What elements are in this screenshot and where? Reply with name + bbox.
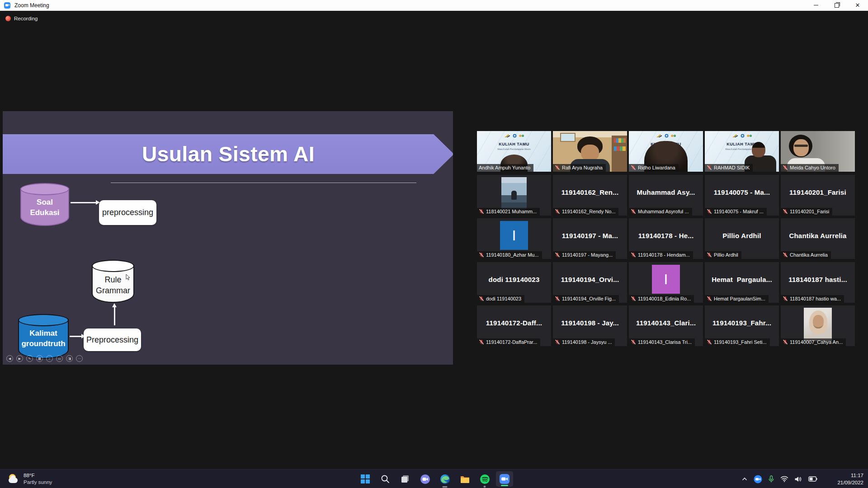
participant-name-label: RAHMAD SIDIK (705, 164, 753, 172)
kalimat-line2: groundtruth (18, 339, 69, 349)
participant-tile[interactable]: 119140198 - Jay...119140198 - Jaysyu ... (553, 305, 627, 346)
virtual-background-logos (629, 134, 703, 138)
participant-tile[interactable]: 119140075 - Ma...119140075 - Makruf ... (705, 175, 779, 216)
participant-tile[interactable]: 119140172-Daff...119140172-DaffaPrar... (477, 305, 551, 346)
virtual-background-subtitle: Mata Kuliah Pembelajaran Mesin (477, 148, 551, 150)
task-view-taskbar-button[interactable] (395, 470, 415, 488)
preprocessing-top-label: preprocessing (102, 208, 153, 217)
recording-dot-icon (5, 16, 11, 21)
participant-tile[interactable]: Muhammad Asy...Muhammad Asyroful ... (629, 175, 703, 216)
preprocessing-bottom-label: Preprocessing (86, 335, 138, 345)
participant-name-label: Rafi Arya Nugraha (553, 164, 606, 172)
participant-tile[interactable]: KULIAH TAMUMata Kuliah Pembelajaran Mesi… (705, 131, 779, 172)
participant-name-label: 119140198 - Jaysyu ... (553, 338, 615, 346)
participant-tile[interactable]: 118140021 Muhamm... (477, 175, 551, 216)
zoom-taskbar-button[interactable] (496, 471, 513, 487)
close-button[interactable]: ✕ (847, 0, 868, 10)
participant-tile[interactable]: 118140187 hasti...118140187 hastio wa... (781, 262, 855, 303)
virtual-background-subtitle: Mata Kuliah Pembelajaran Mesin (705, 148, 779, 150)
taskbar-clock[interactable]: 11:17 21/09/2022 (837, 469, 863, 488)
mic-muted-icon (555, 252, 560, 258)
participant-tile[interactable]: 119140201_Farisi119140201_Farisi (781, 175, 855, 216)
mic-muted-icon (783, 209, 788, 214)
participant-tile[interactable]: I119140018_Edinia Ro... (629, 262, 703, 303)
glasses (794, 145, 808, 147)
weather-condition: Partly sunny (24, 479, 52, 486)
participant-tile[interactable]: KULIAH TAMUMata Kuliah Pembelajaran Mesi… (477, 131, 551, 172)
window-title: Zoom Meeting (14, 2, 49, 9)
previous-slide-icon: ◀ (6, 355, 13, 362)
search-taskbar-button[interactable] (375, 470, 395, 488)
chat-taskbar-button[interactable] (415, 470, 435, 488)
file-explorer-taskbar-button[interactable] (455, 470, 475, 488)
participant-tile[interactable]: 119140143_Clari...119140143_Clarisa Tri.… (629, 305, 703, 346)
taskbar: 88°F Partly sunny 11:17 21/09/2022 (0, 469, 868, 488)
recording-indicator: Recording (5, 16, 38, 21)
participant-display-name: 119140075 - Ma... (705, 175, 779, 209)
avatar: I (652, 265, 680, 294)
recording-label: Recording (14, 16, 38, 21)
participant-display-name: 118140187 hasti... (781, 262, 855, 296)
participant-name-label: dodi 119140023 (477, 295, 524, 303)
participant-tile[interactable]: 119140194_Orvi...119140194_Orville Fig..… (553, 262, 627, 303)
participant-name-label: 119140194_Orville Fig... (553, 295, 619, 303)
clock-time: 11:17 (837, 472, 863, 479)
arrow-preprocessing-to-rule (114, 307, 115, 325)
participant-tile[interactable]: I119140180_Azhar Mu... (477, 218, 551, 259)
mic-muted-icon (783, 252, 788, 258)
participant-tile[interactable]: Rafi Arya Nugraha (553, 131, 627, 172)
mouse-cursor-icon (126, 274, 131, 281)
restore-button[interactable] (826, 0, 847, 10)
microphone-tray-icon[interactable] (768, 475, 774, 483)
start-taskbar-button[interactable] (355, 470, 375, 488)
display-settings-icon: ◨ (66, 355, 73, 362)
participant-display-name: 119140201_Farisi (781, 175, 855, 209)
participant-tile[interactable]: 119140162_Ren...119140162_Rendy No... (553, 175, 627, 216)
participant-tile[interactable]: 119140197 - Ma...119140197 - Mayang... (553, 218, 627, 259)
participant-display-name: 119140193_Fahr... (705, 305, 779, 340)
mic-muted-icon (555, 209, 560, 214)
participant-tile[interactable]: KULIAH TAMUMata Kuliah Pembelajaran Mesi… (629, 131, 703, 172)
participant-name-label: Chantika Aurrelia (781, 251, 831, 259)
restore-icon (835, 3, 839, 8)
partly-sunny-icon (8, 474, 20, 484)
institution-logo-icon (504, 134, 510, 138)
participant-display-name: dodi 119140023 (477, 262, 551, 296)
participant-display-name: Hemat Pargaula... (705, 262, 779, 296)
zoom-app-tray-icon[interactable] (754, 475, 762, 483)
participant-name-label: 118140021 Muhamm... (477, 208, 540, 216)
wifi-tray-icon[interactable] (780, 476, 788, 482)
slide-title-banner: Usulan Sistem AI (3, 134, 453, 174)
participant-name-label: 119140007_Cahya An... (781, 338, 846, 346)
participant-name-label: Muhammad Asyroful ... (629, 208, 692, 216)
participant-tile[interactable]: Hemat Pargaula...Hemat PargaulanSim... (705, 262, 779, 303)
running-indicator (501, 485, 508, 486)
participant-tile[interactable]: 119140193_Fahr...119140193_Fahri Seti... (705, 305, 779, 346)
clock-date: 21/09/2022 (837, 479, 863, 486)
participant-tile[interactable]: Meida Cahyo Untoro (781, 131, 855, 172)
participant-display-name: 119140143_Clari... (629, 305, 703, 340)
arrow-soal-to-preprocessing (71, 202, 96, 203)
participant-display-name: 119140178 - He... (629, 218, 703, 253)
participant-tile[interactable]: Pillio ArdhilPillio Ardhil (705, 218, 779, 259)
battery-tray-icon[interactable] (808, 476, 817, 482)
volume-tray-icon[interactable] (794, 476, 802, 483)
minimize-button[interactable] (806, 0, 826, 10)
chevron-up-tray-icon[interactable] (741, 476, 748, 482)
participant-tile[interactable]: dodi 119140023dodi 119140023 (477, 262, 551, 303)
participant-tile[interactable]: 119140007_Cahya An... (781, 305, 855, 346)
participant-tile[interactable]: Chantika AurreliaChantika Aurrelia (781, 218, 855, 259)
zoom-into-slide-icon: ⌕ (46, 355, 53, 362)
spotify-taskbar-button[interactable] (475, 470, 495, 488)
participant-display-name: Muhammad Asy... (629, 175, 703, 209)
running-indicator (443, 486, 448, 488)
participant-tile[interactable]: 119140178 - He...119140178 - Hendam... (629, 218, 703, 259)
participant-display-name: Pillio Ardhil (705, 218, 779, 253)
weather-widget[interactable]: 88°F Partly sunny (5, 469, 56, 488)
kalimat-line1: Kalimat (18, 328, 69, 339)
next-slide-icon: ▶ (16, 355, 23, 362)
avatar-photo (501, 177, 527, 210)
participant-name-label: 119140172-DaffaPrar... (477, 338, 540, 346)
mic-muted-icon (479, 339, 484, 345)
edge-taskbar-button[interactable] (435, 470, 455, 488)
